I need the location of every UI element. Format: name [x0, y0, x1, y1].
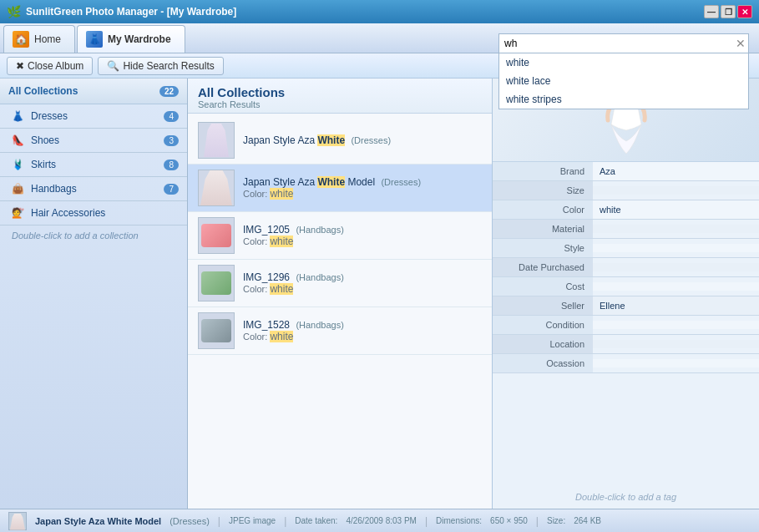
status-separator-2: |: [284, 515, 286, 527]
bag-gray-thumbnail: [201, 319, 231, 342]
color-value: white: [593, 200, 759, 219]
main-area: All Collections 22 👗 Dresses 4 👠 Shoes 3…: [0, 79, 759, 509]
result-name-pre-4: IMG_1296: [243, 271, 290, 283]
date-purchased-value: [593, 263, 759, 271]
status-size: 264 KB: [574, 516, 601, 525]
autocomplete-item-white-stripes[interactable]: white stripes: [499, 90, 748, 109]
color-highlight-5: white: [270, 331, 293, 342]
cost-label: Cost: [493, 277, 593, 296]
results-list: Japan Style Aza White (Dresses) Japan St…: [188, 114, 492, 509]
sidebar: All Collections 22 👗 Dresses 4 👠 Shoes 3…: [0, 79, 188, 509]
color-label: Color: [493, 200, 593, 219]
shoes-icon: 👠: [12, 134, 24, 146]
condition-label: Condition: [493, 316, 593, 334]
result-thumb-1: [198, 122, 235, 159]
result-cat-5: (Handbags): [296, 320, 343, 330]
sidebar-item-skirts[interactable]: 🩱 Skirts 8: [0, 153, 187, 177]
detail-row-material: Material: [493, 220, 759, 239]
status-separator-4: |: [536, 515, 539, 527]
result-thumb-5: [198, 312, 235, 349]
result-item-1[interactable]: Japan Style Aza White (Dresses): [188, 117, 492, 165]
result-item-4[interactable]: IMG_1296 (Handbags) Color: white: [188, 260, 492, 307]
close-album-button[interactable]: ✖ Close Album: [7, 57, 93, 75]
right-panel: Brand Aza Size Color white Material Styl…: [492, 79, 759, 509]
bag-green-thumbnail: [201, 271, 231, 295]
status-dimensions-label: Dimensions:: [436, 516, 482, 525]
ocassion-label: Ocassion: [493, 354, 593, 372]
detail-row-size: Size: [493, 181, 759, 200]
add-tag-hint[interactable]: Double-click to add a tag: [493, 485, 759, 509]
close-album-label: Close Album: [28, 60, 83, 72]
autocomplete-item-white[interactable]: white: [499, 53, 748, 72]
handbags-count: 7: [164, 184, 179, 195]
titlebar: 🌿 SunlitGreen Photo Manager - [My Wardro…: [0, 0, 759, 23]
result-name-pre-3: IMG_1205: [243, 224, 290, 236]
detail-row-cost: Cost: [493, 277, 759, 296]
material-value: [593, 225, 759, 233]
window-title: SunlitGreen Photo Manager - [My Wardrobe…: [26, 6, 236, 18]
titlebar-controls: — ❐ ✕: [704, 5, 752, 18]
result-highlight-1: White: [317, 134, 345, 146]
restore-button[interactable]: ❐: [721, 5, 736, 18]
result-item-2[interactable]: Japan Style Aza White Model (Dresses) Co…: [188, 165, 492, 212]
close-button[interactable]: ✕: [737, 5, 752, 18]
tab-wardrobe-label: My Wardrobe: [108, 33, 171, 45]
style-label: Style: [493, 239, 593, 257]
style-value: [593, 244, 759, 252]
search-clear-button[interactable]: ✕: [736, 37, 746, 50]
result-item-3[interactable]: IMG_1205 (Handbags) Color: white: [188, 212, 492, 260]
status-size-label: Size:: [547, 516, 565, 525]
result-info-3: IMG_1205 (Handbags) Color: white: [243, 224, 482, 247]
search-wrapper: ✕ white white lace white stripes: [498, 33, 749, 53]
sidebar-item-dresses[interactable]: 👗 Dresses 4: [0, 104, 187, 129]
color-highlight-4: white: [270, 283, 293, 295]
search-input[interactable]: [498, 33, 749, 53]
hide-search-button[interactable]: 🔍 Hide Search Results: [98, 57, 223, 75]
result-name-post-2: Model: [345, 176, 375, 188]
size-label: Size: [493, 181, 593, 200]
detail-row-color: Color white: [493, 200, 759, 220]
bag-pink-thumbnail: [201, 224, 231, 247]
skirts-label: Skirts: [31, 159, 157, 170]
shoes-label: Shoes: [31, 134, 157, 146]
nav-tabs: 🏠 Home 👗 My Wardrobe ✕ white white lace …: [0, 23, 759, 53]
location-value: [593, 340, 759, 348]
autocomplete-item-white-lace[interactable]: white lace: [499, 72, 748, 90]
result-thumb-3: [198, 217, 235, 254]
content-subtitle: Search Results: [198, 99, 482, 109]
status-item-category: (Dresses): [170, 516, 210, 526]
sidebar-title: All Collections: [8, 85, 78, 97]
detail-row-brand: Brand Aza: [493, 162, 759, 181]
result-item-5[interactable]: IMG_1528 (Handbags) Color: white: [188, 307, 492, 355]
cost-value: [593, 282, 759, 291]
tab-home[interactable]: 🏠 Home: [3, 25, 75, 53]
status-date-label: Date taken:: [295, 516, 337, 525]
detail-row-condition: Condition: [493, 316, 759, 335]
status-thumbnail: [8, 512, 27, 530]
minimize-button[interactable]: —: [704, 5, 719, 18]
result-info-5: IMG_1528 (Handbags) Color: white: [243, 319, 482, 342]
result-name-pre-1: Japan Style Aza: [243, 134, 317, 146]
result-color-4: Color: white: [243, 283, 482, 295]
tab-wardrobe[interactable]: 👗 My Wardrobe: [77, 25, 185, 53]
dress-thumbnail: [204, 124, 229, 157]
result-name-pre-5: IMG_1528: [243, 319, 290, 331]
result-highlight-2: White: [317, 176, 345, 188]
handbags-label: Handbags: [31, 183, 157, 195]
detail-row-seller: Seller Ellene: [493, 296, 759, 316]
result-color-5: Color: white: [243, 331, 482, 342]
result-name-3: IMG_1205 (Handbags): [243, 224, 482, 236]
tab-home-label: Home: [34, 33, 61, 45]
close-album-icon: ✖: [16, 60, 24, 72]
sidebar-item-shoes[interactable]: 👠 Shoes 3: [0, 129, 187, 153]
result-cat-3: (Handbags): [296, 225, 343, 235]
result-cat-2: (Dresses): [381, 177, 421, 187]
color-highlight-2: white: [270, 188, 293, 200]
sidebar-item-hair[interactable]: 💇 Hair Accessories: [0, 201, 187, 225]
seller-label: Seller: [493, 296, 593, 315]
sidebar-item-handbags[interactable]: 👜 Handbags 7: [0, 177, 187, 201]
status-separator-3: |: [425, 515, 428, 527]
sidebar-add-hint[interactable]: Double-click to add a collection: [0, 225, 187, 246]
ocassion-value: [593, 359, 759, 367]
result-cat-4: (Handbags): [296, 272, 343, 282]
